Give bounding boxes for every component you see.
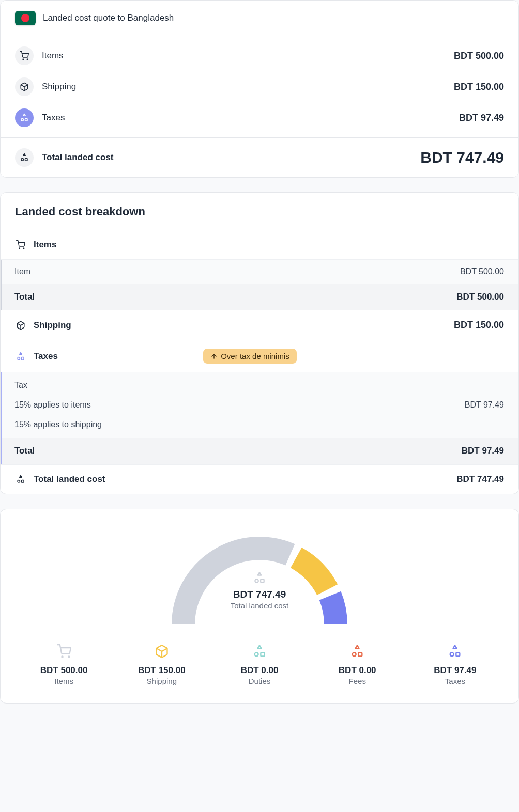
breakdown-items-total: Total BDT 500.00 <box>2 284 518 310</box>
shapes-icon <box>406 643 504 660</box>
svg-point-5 <box>21 159 24 161</box>
svg-rect-4 <box>25 119 28 121</box>
summary-total-row: Total landed cost BDT 747.49 <box>1 137 518 177</box>
stat-shipping-label: Shipping <box>113 677 210 685</box>
breakdown-grand-total: Total landed cost BDT 747.49 <box>1 464 518 494</box>
breakdown-card: Landed cost breakdown Items Item BDT 500… <box>0 192 519 494</box>
svg-point-8 <box>23 248 24 249</box>
gauge-value: BDT 747.49 <box>156 589 363 600</box>
breakdown-items-sub: Item BDT 500.00 Total BDT 500.00 <box>1 260 518 310</box>
stat-shipping: BDT 150.00 Shipping <box>113 643 210 685</box>
box-icon <box>113 643 210 660</box>
svg-rect-23 <box>359 652 362 656</box>
stat-taxes-label: Taxes <box>406 677 504 685</box>
tax-label-row: Tax <box>2 372 518 395</box>
stat-row: BDT 500.00 Items BDT 150.00 Shipping BDT… <box>15 643 504 685</box>
svg-point-24 <box>450 652 454 656</box>
svg-rect-21 <box>261 652 264 656</box>
box-icon <box>15 321 26 330</box>
stat-duties: BDT 0.00 Duties <box>210 643 308 685</box>
summary-header: Landed cost quote to Bangladesh <box>1 1 518 36</box>
svg-point-0 <box>23 59 24 60</box>
cart-icon <box>15 46 34 65</box>
gauge-label: Total landed cost <box>156 601 363 610</box>
stat-taxes: BDT 97.49 Taxes <box>406 643 504 685</box>
svg-rect-16 <box>261 579 264 583</box>
breakdown-item-row: Item BDT 500.00 <box>2 260 518 284</box>
breakdown-items-total-value: BDT 500.00 <box>456 292 504 302</box>
shapes-icon <box>15 352 26 361</box>
breakdown-taxes-total: Total BDT 97.49 <box>2 438 518 464</box>
svg-point-17 <box>62 656 63 657</box>
breakdown-items-label: Items <box>34 240 56 250</box>
gauge-card: BDT 747.49 Total landed cost BDT 500.00 … <box>0 509 519 704</box>
stat-taxes-value: BDT 97.49 <box>406 665 504 676</box>
summary-taxes-value: BDT 97.49 <box>459 113 504 123</box>
gauge-chart: BDT 747.49 Total landed cost <box>156 524 363 627</box>
summary-total-value: BDT 747.49 <box>420 149 504 166</box>
box-icon <box>15 77 34 96</box>
over-de-minimis-badge: Over tax de minimis <box>203 349 297 364</box>
stat-shipping-value: BDT 150.00 <box>113 665 210 676</box>
pill-text: Over tax de minimis <box>221 352 289 361</box>
summary-list: Items BDT 500.00 Shipping BDT 150.00 Tax… <box>1 36 518 137</box>
svg-point-18 <box>68 656 69 657</box>
breakdown-taxes-total-label: Total <box>14 446 35 456</box>
summary-shipping-label: Shipping <box>42 82 76 92</box>
bangladesh-flag-icon <box>15 11 36 25</box>
summary-card: Landed cost quote to Bangladesh Items BD… <box>0 0 519 178</box>
cart-icon <box>15 643 113 660</box>
tax-line-1: 15% applies to items BDT 97.49 <box>2 395 518 415</box>
stat-fees-value: BDT 0.00 <box>309 665 406 676</box>
breakdown-shipping-label: Shipping <box>34 320 71 331</box>
svg-point-7 <box>19 248 20 249</box>
svg-point-1 <box>27 59 28 60</box>
cart-icon <box>15 240 26 249</box>
svg-point-13 <box>18 480 20 483</box>
stat-duties-label: Duties <box>210 677 308 685</box>
svg-rect-6 <box>25 159 28 161</box>
summary-items-value: BDT 500.00 <box>454 51 504 61</box>
breakdown-item-label: Item <box>14 267 30 276</box>
breakdown-grand-label: Total landed cost <box>34 474 105 485</box>
shapes-outline-icon <box>156 571 363 585</box>
svg-point-20 <box>255 652 258 656</box>
svg-rect-11 <box>22 357 24 360</box>
stat-items: BDT 500.00 Items <box>15 643 113 685</box>
svg-rect-14 <box>22 480 24 483</box>
tax-line-1-label: 15% applies to items <box>14 400 91 410</box>
summary-shipping-row: Shipping BDT 150.00 <box>1 71 518 102</box>
breakdown-grand-value: BDT 747.49 <box>456 474 504 485</box>
breakdown-taxes-label: Taxes <box>34 351 58 362</box>
shapes-icon <box>15 108 34 127</box>
breakdown-title: Landed cost breakdown <box>1 193 518 230</box>
svg-rect-25 <box>456 652 460 656</box>
svg-point-15 <box>255 579 258 583</box>
shapes-icon <box>309 643 406 660</box>
summary-total-label: Total landed cost <box>42 152 114 163</box>
stat-fees: BDT 0.00 Fees <box>309 643 406 685</box>
svg-point-22 <box>353 652 356 656</box>
summary-items-label: Items <box>42 51 64 61</box>
breakdown-taxes-total-value: BDT 97.49 <box>462 446 504 456</box>
svg-point-10 <box>18 357 20 360</box>
breakdown-shipping-value: BDT 150.00 <box>454 320 504 331</box>
stat-fees-label: Fees <box>309 677 406 685</box>
shapes-outline-icon <box>15 148 34 167</box>
svg-point-3 <box>21 119 24 121</box>
breakdown-items-header: Items <box>1 230 518 260</box>
summary-shipping-value: BDT 150.00 <box>454 82 504 92</box>
shapes-icon <box>210 643 308 660</box>
breakdown-taxes-header: Taxes Over tax de minimis <box>1 340 518 372</box>
tax-line-2-label: 15% applies to shipping <box>14 420 102 429</box>
breakdown-items-total-label: Total <box>14 292 35 302</box>
tax-line-1-value: BDT 97.49 <box>465 400 504 410</box>
breakdown-item-value: BDT 500.00 <box>460 267 504 276</box>
arrow-up-icon <box>210 353 218 360</box>
page-title: Landed cost quote to Bangladesh <box>43 13 174 23</box>
breakdown-taxes-sub: Tax 15% applies to items BDT 97.49 15% a… <box>1 372 518 464</box>
gauge-center: BDT 747.49 Total landed cost <box>156 571 363 610</box>
breakdown-shipping-row: Shipping BDT 150.00 <box>1 310 518 340</box>
stat-items-label: Items <box>15 677 113 685</box>
stat-duties-value: BDT 0.00 <box>210 665 308 676</box>
